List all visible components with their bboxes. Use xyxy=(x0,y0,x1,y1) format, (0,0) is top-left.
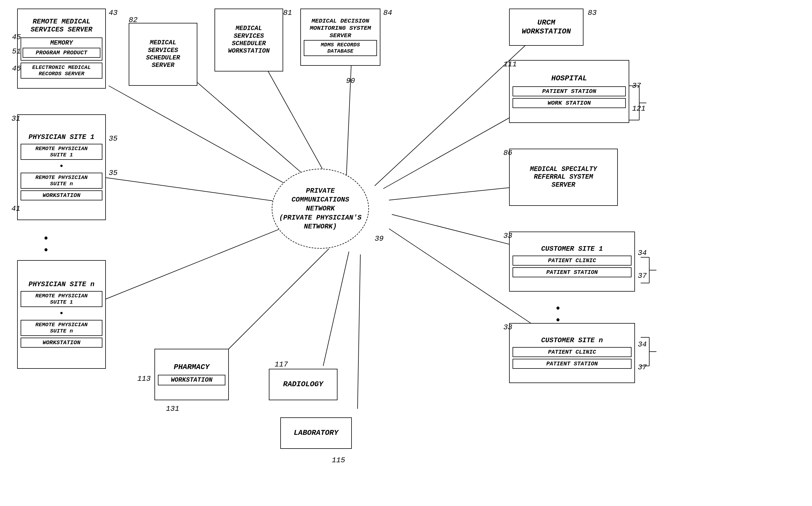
ref-34b: 34 xyxy=(638,340,647,349)
remote-physician-suite-1b: REMOTE PHYSICIANSUITE 1 xyxy=(21,291,102,307)
ref-31: 31 xyxy=(11,114,20,123)
center-network-node: PRIVATECOMMUNICATIONSNETWORK(PRIVATE PHY… xyxy=(272,169,369,249)
ref-113: 113 xyxy=(137,374,151,383)
svg-line-2 xyxy=(260,57,332,186)
medical-services-scheduler-server-label: MEDICALSERVICESSCHEDULERSERVER xyxy=(146,39,180,70)
pharmacy-label: PHARMACY xyxy=(174,363,210,372)
ref-86: 86 xyxy=(503,149,512,157)
ref-45: 45 xyxy=(12,33,21,41)
remote-physician-suite-na: REMOTE PHYSICIANSUITE n xyxy=(21,173,102,189)
remote-physician-suite-nb: REMOTE PHYSICIANSUITE n xyxy=(21,320,102,336)
ref-37a: 37 xyxy=(638,272,647,280)
ref-90: 90 xyxy=(346,77,355,85)
patient-station-n: PATIENT STATION xyxy=(513,359,632,369)
ref-43: 43 xyxy=(109,9,118,17)
ref-84: 84 xyxy=(383,9,392,17)
ref-81: 81 xyxy=(283,9,292,17)
ref-46: 46 xyxy=(12,64,21,73)
medical-services-scheduler-workstation-label: MEDICALSERVICESSCHEDULERWORKSTATION xyxy=(228,25,270,55)
urcm-workstation-node: URCMWORKSTATION xyxy=(509,9,584,46)
patient-station-hospital: PATIENT STATION xyxy=(513,86,626,96)
hospital-node: HOSPITAL PATIENT STATION WORK STATION xyxy=(509,60,629,123)
ref-35b: 35 xyxy=(109,169,118,177)
ref-121: 121 xyxy=(632,104,646,113)
program-product: PROGRAM PRODUCT xyxy=(22,48,100,58)
ref-41: 41 xyxy=(11,204,20,213)
urcm-workstation-label: URCMWORKSTATION xyxy=(522,18,571,36)
svg-line-13 xyxy=(358,254,360,409)
physician-site-1-node: PHYSICIAN SITE 1 REMOTE PHYSICIANSUITE 1… xyxy=(17,114,106,220)
mdms-records-db: MDMS RECORDSDATABASE xyxy=(304,40,377,56)
workstation-physician-1: WORKSTATION xyxy=(21,190,102,200)
svg-line-7 xyxy=(103,217,309,300)
ref-34a: 34 xyxy=(638,249,647,257)
remote-medical-server-node: REMOTE MEDICALSERVICES SERVER MEMORY PRO… xyxy=(17,9,106,89)
physician-site-n-label: PHYSICIAN SITE n xyxy=(28,280,94,289)
center-network-label: PRIVATECOMMUNICATIONSNETWORK(PRIVATE PHY… xyxy=(279,186,362,231)
customer-site-n-label: CUSTOMER SITE n xyxy=(541,336,603,345)
patient-clinic-1: PATIENT CLINIC xyxy=(513,256,632,266)
diagram-container: PRIVATECOMMUNICATIONSNETWORK(PRIVATE PHY… xyxy=(0,0,812,506)
customer-site-n-node: CUSTOMER SITE n PATIENT CLINIC PATIENT S… xyxy=(509,323,635,383)
ref-37-hospital-patient: 37 xyxy=(632,81,641,90)
radiology-node: RADIOLOGY xyxy=(269,369,338,400)
remote-medical-server-label: REMOTE MEDICALSERVICES SERVER xyxy=(30,18,92,34)
medical-decision-label: MEDICAL DECISIONMONITORING SYSTEMSERVER xyxy=(310,17,371,39)
ref-37b: 37 xyxy=(638,363,647,372)
laboratory-label: LABORATORY xyxy=(294,429,338,437)
workstation-pharmacy: WORKSTATION xyxy=(158,375,225,386)
svg-line-11 xyxy=(215,249,329,363)
medical-services-scheduler-workstation-node: MEDICALSERVICESSCHEDULERWORKSTATION xyxy=(215,9,283,72)
ref-39: 39 xyxy=(375,234,383,243)
ref-117: 117 xyxy=(275,360,288,369)
ref-35a: 35 xyxy=(109,134,118,143)
medical-specialty-referral-label: MEDICAL SPECIALTYREFERRAL SYSTEMSERVER xyxy=(530,166,597,189)
ref-51: 51 xyxy=(12,47,21,56)
medical-decision-node: MEDICAL DECISIONMONITORING SYSTEMSERVER … xyxy=(300,9,380,66)
physician-site-1-label: PHYSICIAN SITE 1 xyxy=(28,133,94,142)
svg-line-3 xyxy=(346,52,352,183)
workstation-physician-n: WORKSTATION xyxy=(21,338,102,348)
pharmacy-node: PHARMACY WORKSTATION xyxy=(154,349,229,400)
ref-131: 131 xyxy=(166,405,179,413)
radiology-label: RADIOLOGY xyxy=(283,380,323,389)
laboratory-node: LABORATORY xyxy=(280,417,352,449)
patient-station-1: PATIENT STATION xyxy=(513,267,632,277)
connection-lines xyxy=(0,0,812,506)
ref-83: 83 xyxy=(588,9,597,17)
ref-33b: 33 xyxy=(503,323,512,332)
ref-115: 115 xyxy=(332,456,345,465)
ref-33a: 33 xyxy=(503,232,512,240)
svg-line-12 xyxy=(323,252,349,366)
physician-dots: •• xyxy=(43,233,49,256)
customer-site-1-label: CUSTOMER SITE 1 xyxy=(541,245,603,253)
hospital-label: HOSPITAL xyxy=(551,74,587,83)
ref-111: 111 xyxy=(503,60,517,69)
physician-site-n-node: PHYSICIAN SITE n REMOTE PHYSICIANSUITE 1… xyxy=(17,260,106,369)
patient-clinic-n: PATIENT CLINIC xyxy=(513,347,632,357)
remote-physician-suite-1a: REMOTE PHYSICIANSUITE 1 xyxy=(21,144,102,160)
work-station-hospital: WORK STATION xyxy=(513,98,626,108)
electronic-medical-records: ELECTRONIC MEDICALRECORDS SERVER xyxy=(21,63,102,79)
medical-services-scheduler-server-node: MEDICALSERVICESSCHEDULERSERVER xyxy=(129,23,197,86)
ref-82: 82 xyxy=(129,16,138,24)
medical-specialty-referral-node: MEDICAL SPECIALTYREFERRAL SYSTEMSERVER xyxy=(509,149,618,206)
customer-site-1-node: CUSTOMER SITE 1 PATIENT CLINIC PATIENT S… xyxy=(509,232,635,291)
